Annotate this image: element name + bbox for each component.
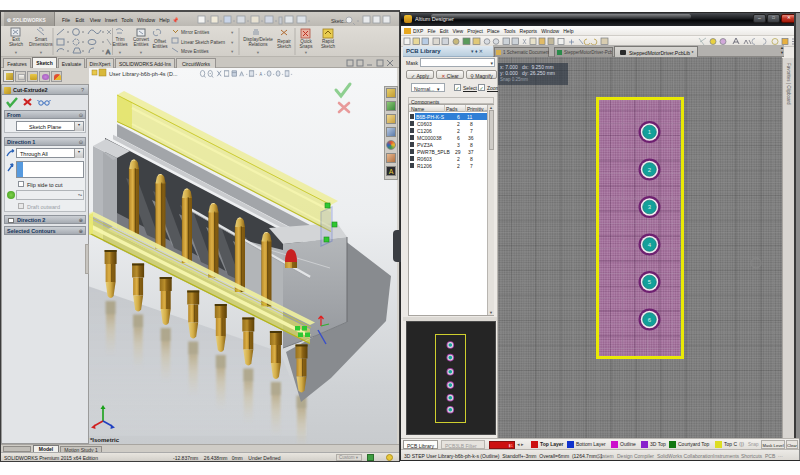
svg-text:A: A [106,49,110,55]
svg-text:Snaps: Snaps [299,44,313,49]
svg-text:▾: ▾ [231,49,234,54]
svg-text:Sketch: Sketch [277,44,291,49]
svg-text:▾: ▾ [305,50,308,55]
svg-text:Relations: Relations [248,42,268,47]
svg-text:Move Entities: Move Entities [181,49,209,54]
svg-text:Linear Sketch Pattern: Linear Sketch Pattern [181,40,226,45]
svg-text:Sketch: Sketch [9,42,23,47]
svg-text:A: A [260,72,263,78]
svg-text:*Isometric: *Isometric [90,437,120,443]
svg-text:Sketc...: Sketc... [331,18,348,24]
svg-text:▾: ▾ [231,40,234,45]
svg-text:User Library-b6b-ph-4s (D...: User Library-b6b-ph-4s (D... [109,71,178,77]
svg-text:▾: ▾ [119,50,122,55]
svg-text:▾: ▾ [15,50,18,55]
svg-text:▾: ▾ [231,30,234,35]
svg-text:Mirror Entities: Mirror Entities [181,30,210,35]
svg-text:▾: ▾ [257,50,260,55]
svg-text:Entities: Entities [112,42,128,47]
svg-text:▾: ▾ [140,50,143,55]
svg-text:Entities: Entities [152,44,168,49]
svg-text:▾: ▾ [40,50,43,55]
svg-text:Dimensions: Dimensions [29,42,54,47]
svg-text:Entities: Entities [133,42,149,47]
svg-text:Sketch: Sketch [321,44,335,49]
